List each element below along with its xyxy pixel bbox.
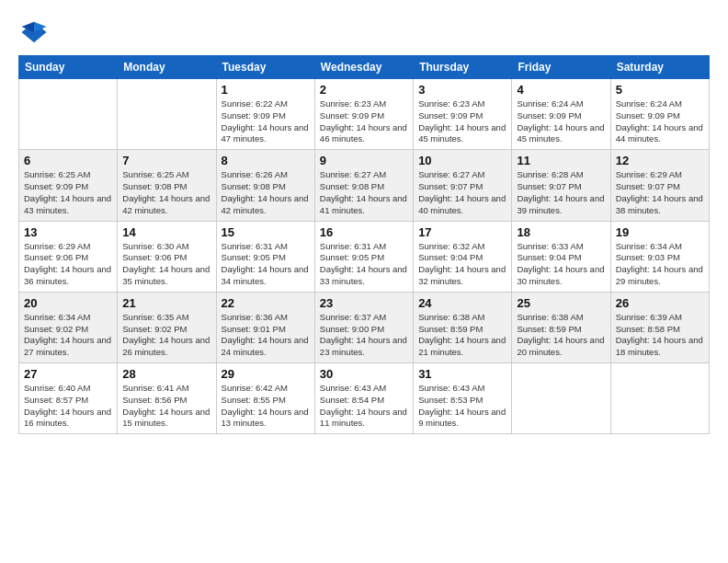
day-info: Sunrise: 6:23 AM Sunset: 9:09 PM Dayligh… [320, 98, 408, 145]
weekday-header-sunday: Sunday [19, 56, 118, 79]
day-info: Sunrise: 6:34 AM Sunset: 9:03 PM Dayligh… [616, 241, 704, 288]
calendar-cell: 24Sunrise: 6:38 AM Sunset: 8:59 PM Dayli… [414, 292, 512, 362]
weekday-header-friday: Friday [512, 56, 610, 79]
day-info: Sunrise: 6:32 AM Sunset: 9:04 PM Dayligh… [418, 241, 506, 288]
calendar-week-row: 6Sunrise: 6:25 AM Sunset: 9:09 PM Daylig… [19, 150, 710, 221]
day-number: 25 [517, 296, 605, 310]
calendar-cell: 13Sunrise: 6:29 AM Sunset: 9:06 PM Dayli… [19, 221, 118, 292]
calendar-cell: 17Sunrise: 6:32 AM Sunset: 9:04 PM Dayli… [414, 221, 512, 292]
calendar-cell [610, 363, 709, 434]
calendar-cell: 21Sunrise: 6:35 AM Sunset: 9:02 PM Dayli… [118, 292, 216, 362]
day-number: 28 [122, 367, 210, 381]
calendar-cell: 25Sunrise: 6:38 AM Sunset: 8:59 PM Dayli… [512, 292, 610, 362]
calendar-cell: 16Sunrise: 6:31 AM Sunset: 9:05 PM Dayli… [314, 221, 413, 292]
day-info: Sunrise: 6:41 AM Sunset: 8:56 PM Dayligh… [122, 383, 210, 430]
calendar-cell [512, 363, 610, 434]
weekday-header-tuesday: Tuesday [216, 56, 314, 79]
calendar-week-row: 1Sunrise: 6:22 AM Sunset: 9:09 PM Daylig… [19, 79, 710, 150]
day-info: Sunrise: 6:31 AM Sunset: 9:05 PM Dayligh… [320, 241, 408, 288]
day-number: 3 [418, 83, 506, 97]
day-number: 17 [418, 225, 506, 239]
calendar-cell: 11Sunrise: 6:28 AM Sunset: 9:07 PM Dayli… [512, 150, 610, 221]
day-number: 11 [517, 154, 605, 167]
day-number: 27 [24, 367, 112, 381]
day-info: Sunrise: 6:34 AM Sunset: 9:02 PM Dayligh… [24, 312, 112, 359]
day-number: 24 [418, 296, 506, 310]
weekday-header-row: SundayMondayTuesdayWednesdayThursdayFrid… [19, 56, 710, 79]
calendar-cell: 3Sunrise: 6:23 AM Sunset: 9:09 PM Daylig… [414, 79, 512, 150]
day-number: 22 [222, 296, 310, 310]
calendar-cell: 4Sunrise: 6:24 AM Sunset: 9:09 PM Daylig… [512, 79, 610, 150]
day-number: 1 [222, 83, 310, 97]
calendar-cell: 26Sunrise: 6:39 AM Sunset: 8:58 PM Dayli… [610, 292, 709, 362]
day-number: 12 [616, 154, 704, 167]
day-info: Sunrise: 6:31 AM Sunset: 9:05 PM Dayligh… [222, 241, 310, 288]
calendar-cell: 20Sunrise: 6:34 AM Sunset: 9:02 PM Dayli… [19, 292, 118, 362]
day-number: 7 [122, 154, 210, 167]
calendar-week-row: 27Sunrise: 6:40 AM Sunset: 8:57 PM Dayli… [19, 363, 710, 434]
day-info: Sunrise: 6:38 AM Sunset: 8:59 PM Dayligh… [517, 312, 605, 359]
day-number: 19 [616, 225, 704, 239]
calendar-cell: 5Sunrise: 6:24 AM Sunset: 9:09 PM Daylig… [610, 79, 709, 150]
day-info: Sunrise: 6:43 AM Sunset: 8:54 PM Dayligh… [320, 383, 408, 430]
day-info: Sunrise: 6:25 AM Sunset: 9:08 PM Dayligh… [122, 169, 210, 216]
calendar-cell: 22Sunrise: 6:36 AM Sunset: 9:01 PM Dayli… [216, 292, 314, 362]
day-info: Sunrise: 6:24 AM Sunset: 9:09 PM Dayligh… [517, 98, 605, 145]
day-number: 16 [320, 225, 408, 239]
calendar-cell: 7Sunrise: 6:25 AM Sunset: 9:08 PM Daylig… [118, 150, 216, 221]
day-number: 13 [24, 225, 112, 239]
day-info: Sunrise: 6:35 AM Sunset: 9:02 PM Dayligh… [122, 312, 210, 359]
day-number: 26 [616, 296, 704, 310]
calendar-cell [118, 79, 216, 150]
day-info: Sunrise: 6:39 AM Sunset: 8:58 PM Dayligh… [616, 312, 704, 359]
day-info: Sunrise: 6:42 AM Sunset: 8:55 PM Dayligh… [222, 383, 310, 430]
day-number: 2 [320, 83, 408, 97]
day-info: Sunrise: 6:30 AM Sunset: 9:06 PM Dayligh… [122, 241, 210, 288]
day-number: 4 [517, 83, 605, 97]
page-header [18, 18, 710, 50]
calendar-cell: 28Sunrise: 6:41 AM Sunset: 8:56 PM Dayli… [118, 363, 216, 434]
day-number: 6 [24, 154, 112, 167]
day-number: 9 [320, 154, 408, 167]
calendar-cell: 23Sunrise: 6:37 AM Sunset: 9:00 PM Dayli… [314, 292, 413, 362]
calendar-cell: 29Sunrise: 6:42 AM Sunset: 8:55 PM Dayli… [216, 363, 314, 434]
day-number: 21 [122, 296, 210, 310]
calendar-cell: 31Sunrise: 6:43 AM Sunset: 8:53 PM Dayli… [414, 363, 512, 434]
calendar-cell: 6Sunrise: 6:25 AM Sunset: 9:09 PM Daylig… [19, 150, 118, 221]
day-info: Sunrise: 6:36 AM Sunset: 9:01 PM Dayligh… [222, 312, 310, 359]
calendar-cell: 2Sunrise: 6:23 AM Sunset: 9:09 PM Daylig… [314, 79, 413, 150]
day-info: Sunrise: 6:25 AM Sunset: 9:09 PM Dayligh… [24, 169, 112, 216]
weekday-header-saturday: Saturday [610, 56, 709, 79]
day-info: Sunrise: 6:40 AM Sunset: 8:57 PM Dayligh… [24, 383, 112, 430]
day-info: Sunrise: 6:43 AM Sunset: 8:53 PM Dayligh… [418, 383, 506, 430]
calendar-cell: 12Sunrise: 6:29 AM Sunset: 9:07 PM Dayli… [610, 150, 709, 221]
calendar-cell: 9Sunrise: 6:27 AM Sunset: 9:08 PM Daylig… [314, 150, 413, 221]
day-info: Sunrise: 6:38 AM Sunset: 8:59 PM Dayligh… [418, 312, 506, 359]
weekday-header-thursday: Thursday [414, 56, 512, 79]
day-number: 18 [517, 225, 605, 239]
calendar-cell: 1Sunrise: 6:22 AM Sunset: 9:09 PM Daylig… [216, 79, 314, 150]
day-info: Sunrise: 6:23 AM Sunset: 9:09 PM Dayligh… [418, 98, 506, 145]
day-info: Sunrise: 6:24 AM Sunset: 9:09 PM Dayligh… [616, 98, 704, 145]
weekday-header-wednesday: Wednesday [314, 56, 413, 79]
calendar-cell: 19Sunrise: 6:34 AM Sunset: 9:03 PM Dayli… [610, 221, 709, 292]
day-info: Sunrise: 6:29 AM Sunset: 9:06 PM Dayligh… [24, 241, 112, 288]
calendar-cell: 18Sunrise: 6:33 AM Sunset: 9:04 PM Dayli… [512, 221, 610, 292]
calendar-cell: 27Sunrise: 6:40 AM Sunset: 8:57 PM Dayli… [19, 363, 118, 434]
calendar-cell: 10Sunrise: 6:27 AM Sunset: 9:07 PM Dayli… [414, 150, 512, 221]
day-number: 15 [222, 225, 310, 239]
calendar-week-row: 20Sunrise: 6:34 AM Sunset: 9:02 PM Dayli… [19, 292, 710, 362]
logo [18, 18, 48, 50]
day-number: 23 [320, 296, 408, 310]
day-info: Sunrise: 6:26 AM Sunset: 9:08 PM Dayligh… [222, 169, 310, 216]
day-info: Sunrise: 6:22 AM Sunset: 9:09 PM Dayligh… [222, 98, 310, 145]
day-number: 30 [320, 367, 408, 381]
day-number: 31 [418, 367, 506, 381]
calendar-week-row: 13Sunrise: 6:29 AM Sunset: 9:06 PM Dayli… [19, 221, 710, 292]
day-info: Sunrise: 6:33 AM Sunset: 9:04 PM Dayligh… [517, 241, 605, 288]
calendar-cell: 8Sunrise: 6:26 AM Sunset: 9:08 PM Daylig… [216, 150, 314, 221]
day-info: Sunrise: 6:29 AM Sunset: 9:07 PM Dayligh… [616, 169, 704, 216]
day-number: 14 [122, 225, 210, 239]
weekday-header-monday: Monday [118, 56, 216, 79]
logo-icon [20, 18, 48, 46]
